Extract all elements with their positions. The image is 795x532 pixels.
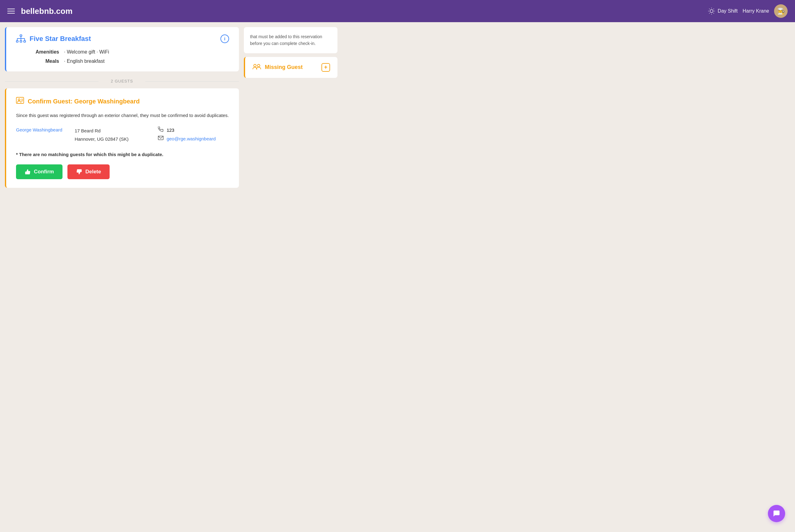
user-name: Harry Krane [743, 8, 769, 14]
avatar: 👨‍🍳 [774, 4, 788, 18]
svg-point-25 [258, 64, 260, 67]
chat-icon [773, 510, 780, 517]
missing-guest-plus-button[interactable]: + [321, 63, 330, 72]
guest-name-link[interactable]: George Washingbeard [16, 127, 62, 134]
day-shift[interactable]: Day Shift [708, 7, 738, 15]
phone-number: 123 [167, 128, 174, 133]
menu-icon[interactable] [7, 8, 15, 14]
svg-rect-11 [20, 41, 22, 42]
logo: bellebnb.com [21, 6, 708, 16]
thumbs-down-icon [76, 169, 82, 175]
package-header: Five Star Breakfast i [16, 35, 229, 43]
svg-rect-9 [20, 35, 22, 36]
sidebar-notice: that must be added to this reservation b… [244, 27, 338, 53]
guest-description: Since this guest was registered through … [16, 112, 229, 119]
guest-address: 17 Beard Rd Hannover, UG 02847 (SK) [75, 127, 146, 143]
guests-divider: 2 GUESTS [5, 74, 239, 88]
svg-rect-10 [16, 41, 18, 42]
missing-guest-icon [252, 63, 261, 71]
action-buttons: Confirm Delete [16, 165, 229, 179]
shift-label: Day Shift [718, 8, 738, 14]
chat-button[interactable] [768, 505, 785, 522]
guest-card-header: Confirm Guest: George Washingbeard [16, 97, 229, 106]
main-layout: Five Star Breakfast i Amenities · Welcom… [0, 22, 795, 193]
email-icon [158, 136, 164, 141]
meals-label: Meals [35, 58, 59, 64]
phone-row: 123 [158, 127, 229, 133]
meals-row: Meals · English breakfast [35, 58, 229, 64]
package-card: Five Star Breakfast i Amenities · Welcom… [5, 27, 239, 72]
info-icon[interactable]: i [221, 35, 229, 43]
guest-name-col: George Washingbeard [16, 127, 62, 134]
left-content: Five Star Breakfast i Amenities · Welcom… [5, 27, 239, 188]
package-title-row: Five Star Breakfast [16, 35, 91, 43]
svg-line-3 [709, 8, 709, 9]
delete-button[interactable]: Delete [68, 165, 110, 179]
sun-icon [708, 7, 715, 15]
package-title: Five Star Breakfast [30, 35, 91, 43]
guest-email-link[interactable]: geo@rge.washignbeard [167, 136, 216, 141]
missing-guest-label: Missing Guest [265, 64, 318, 71]
guest-contact-col: 123 geo@rge.washignbeard [158, 127, 229, 141]
guest-card-icon [16, 97, 24, 106]
guest-card: Confirm Guest: George Washingbeard Since… [5, 88, 239, 188]
svg-rect-12 [24, 41, 25, 42]
amenities-label: Amenities [35, 49, 59, 55]
svg-point-19 [18, 99, 20, 101]
header: bellebnb.com Day Shift Harry Krane 👨‍🍳 [0, 0, 795, 22]
guest-info-grid: George Washingbeard 17 Beard Rd Hannover… [16, 127, 229, 143]
confirm-button[interactable]: Confirm [16, 165, 62, 179]
package-details: Amenities · Welcome gift · WiFi Meals · … [16, 49, 229, 64]
svg-point-0 [710, 10, 713, 13]
meals-value: · English breakfast [64, 58, 105, 64]
svg-line-7 [709, 13, 709, 13]
right-sidebar: that must be added to this reservation b… [239, 27, 338, 188]
guest-address-col: 17 Beard Rd Hannover, UG 02847 (SK) [75, 127, 146, 143]
package-network-icon [16, 35, 26, 43]
no-duplicate-msg: * There are no matching guests for which… [16, 152, 229, 157]
svg-point-24 [254, 64, 256, 67]
phone-icon [158, 127, 164, 133]
missing-guest-card: Missing Guest + [244, 57, 338, 78]
thumbs-up-icon [25, 169, 31, 175]
amenities-value: · Welcome gift · WiFi [64, 49, 109, 55]
guest-card-title: Confirm Guest: George Washingbeard [28, 98, 140, 105]
header-right: Day Shift Harry Krane 👨‍🍳 [708, 4, 788, 18]
amenities-row: Amenities · Welcome gift · WiFi [35, 49, 229, 55]
email-row: geo@rge.washignbeard [158, 136, 229, 141]
